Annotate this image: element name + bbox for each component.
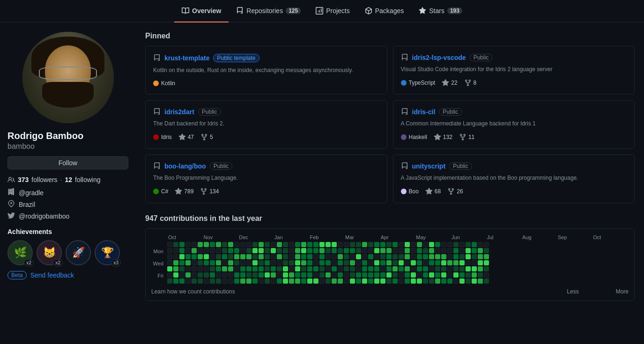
day-cell[interactable]	[228, 260, 233, 265]
day-cell[interactable]	[405, 272, 410, 278]
day-cell[interactable]	[344, 278, 349, 284]
day-cell[interactable]	[252, 278, 258, 284]
day-cell[interactable]	[399, 266, 404, 271]
day-cell[interactable]	[411, 272, 416, 278]
day-cell[interactable]	[307, 248, 312, 253]
day-cell[interactable]	[167, 278, 172, 284]
day-cell[interactable]	[326, 254, 331, 259]
day-cell[interactable]	[307, 278, 312, 284]
day-cell[interactable]	[240, 242, 245, 247]
day-cell[interactable]	[277, 248, 282, 253]
day-cell[interactable]	[198, 266, 203, 271]
day-cell[interactable]	[240, 248, 245, 253]
day-cell[interactable]	[307, 254, 312, 259]
pinned-card-krust-template[interactable]: krust-template Public template Kotlin on…	[145, 46, 387, 95]
day-cell[interactable]	[185, 278, 191, 284]
day-cell[interactable]	[441, 248, 446, 253]
day-cell[interactable]	[295, 260, 300, 265]
day-cell[interactable]	[466, 242, 471, 247]
day-cell[interactable]	[246, 260, 252, 265]
day-cell[interactable]	[435, 248, 440, 253]
day-cell[interactable]	[392, 260, 398, 265]
day-cell[interactable]	[466, 278, 471, 284]
day-cell[interactable]	[332, 260, 337, 265]
day-cell[interactable]	[313, 242, 318, 247]
day-cell[interactable]	[399, 242, 404, 247]
day-cell[interactable]	[423, 260, 428, 265]
day-cell[interactable]	[271, 266, 276, 271]
day-cell[interactable]	[234, 242, 239, 247]
day-cell[interactable]	[453, 248, 459, 253]
day-cell[interactable]	[472, 278, 477, 284]
day-cell[interactable]	[472, 242, 477, 247]
day-cell[interactable]	[399, 248, 404, 253]
day-cell[interactable]	[301, 254, 306, 259]
day-cell[interactable]	[423, 266, 428, 271]
day-cell[interactable]	[283, 266, 288, 271]
day-cell[interactable]	[386, 266, 392, 271]
pinned-card-idris-cil[interactable]: idris-cil Public A Common Intermediate L…	[393, 100, 635, 149]
repo-name-2[interactable]: idris2-lsp-vscode	[412, 54, 466, 61]
day-cell[interactable]	[210, 272, 215, 278]
day-cell[interactable]	[411, 254, 416, 259]
achievement-item-4[interactable]: 🏆 x3	[95, 240, 120, 265]
day-cell[interactable]	[350, 272, 355, 278]
day-cell[interactable]	[252, 266, 258, 271]
day-cell[interactable]	[326, 242, 331, 247]
day-cell[interactable]	[319, 272, 325, 278]
day-cell[interactable]	[173, 266, 178, 271]
day-cell[interactable]	[277, 260, 282, 265]
day-cell[interactable]	[459, 248, 465, 253]
day-cell[interactable]	[399, 278, 404, 284]
day-cell[interactable]	[271, 254, 276, 259]
day-cell[interactable]	[380, 242, 385, 247]
day-cell[interactable]	[368, 254, 373, 259]
day-cell[interactable]	[289, 248, 294, 253]
day-cell[interactable]	[240, 260, 245, 265]
day-cell[interactable]	[313, 266, 318, 271]
day-cell[interactable]	[210, 260, 215, 265]
day-cell[interactable]	[246, 242, 252, 247]
day-cell[interactable]	[319, 254, 325, 259]
day-cell[interactable]	[429, 260, 434, 265]
day-cell[interactable]	[179, 260, 185, 265]
day-cell[interactable]	[319, 278, 325, 284]
day-cell[interactable]	[265, 260, 270, 265]
day-cell[interactable]	[252, 260, 258, 265]
day-cell[interactable]	[234, 260, 239, 265]
day-cell[interactable]	[289, 254, 294, 259]
day-cell[interactable]	[380, 260, 385, 265]
day-cell[interactable]	[392, 266, 398, 271]
day-cell[interactable]	[362, 248, 367, 253]
repo-name-1[interactable]: krust-template	[164, 54, 209, 62]
day-cell[interactable]	[344, 248, 349, 253]
tab-overview[interactable]: Overview	[174, 0, 229, 22]
day-cell[interactable]	[356, 272, 361, 278]
day-cell[interactable]	[453, 254, 459, 259]
day-cell[interactable]	[405, 266, 410, 271]
day-cell[interactable]	[234, 266, 239, 271]
day-cell[interactable]	[222, 254, 227, 259]
day-cell[interactable]	[459, 260, 465, 265]
day-cell[interactable]	[459, 278, 465, 284]
day-cell[interactable]	[484, 266, 489, 271]
day-cell[interactable]	[484, 242, 489, 247]
day-cell[interactable]	[246, 278, 252, 284]
day-cell[interactable]	[417, 260, 422, 265]
repo-name-4[interactable]: idris-cil	[412, 108, 436, 116]
day-cell[interactable]	[295, 254, 300, 259]
day-cell[interactable]	[380, 254, 385, 259]
day-cell[interactable]	[423, 278, 428, 284]
day-cell[interactable]	[441, 260, 446, 265]
day-cell[interactable]	[265, 278, 270, 284]
day-cell[interactable]	[374, 254, 379, 259]
day-cell[interactable]	[344, 242, 349, 247]
day-cell[interactable]	[301, 266, 306, 271]
day-cell[interactable]	[271, 272, 276, 278]
day-cell[interactable]	[386, 272, 392, 278]
day-cell[interactable]	[332, 242, 337, 247]
day-cell[interactable]	[173, 242, 178, 247]
day-cell[interactable]	[399, 254, 404, 259]
day-cell[interactable]	[326, 260, 331, 265]
day-cell[interactable]	[173, 248, 178, 253]
